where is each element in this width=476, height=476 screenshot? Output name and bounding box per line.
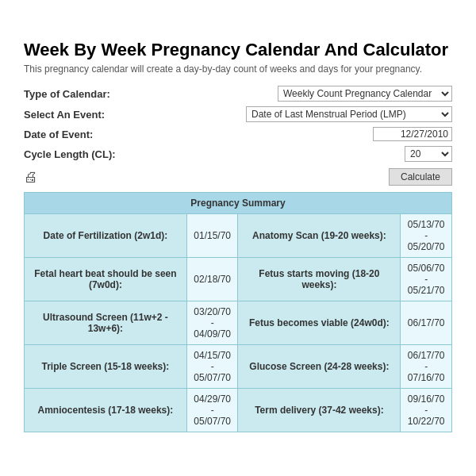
page-title: Week By Week Pregnancy Calendar And Calc…: [24, 40, 452, 60]
row-left-value: 04/29/70 - 05/07/70: [186, 389, 238, 432]
date-of-event-row: Date of Event:: [24, 127, 452, 141]
table-row: Date of Fertilization (2w1d):01/15/70Ana…: [25, 214, 452, 258]
row-left-label: Date of Fertilization (2w1d):: [25, 214, 187, 258]
date-of-event-label: Date of Event:: [24, 129, 151, 140]
date-of-event-control: [151, 127, 452, 141]
row-right-label: Fetus becomes viable (24w0d):: [238, 301, 401, 345]
row-left-value: 02/18/70: [186, 258, 238, 301]
select-event-label: Select An Event:: [24, 109, 151, 121]
pregnancy-summary-table: Pregnancy Summary Date of Fertilization …: [24, 192, 452, 432]
page-subtitle: This pregnancy calendar will create a da…: [24, 63, 452, 75]
row-right-value: 05/06/70 - 05/21/70: [401, 258, 452, 301]
select-event-control: Date of Last Menstrual Period (LMP) Date…: [151, 106, 452, 122]
row-right-value: 06/17/70: [401, 301, 452, 345]
row-left-value: 03/20/70 - 04/09/70: [186, 301, 238, 345]
cycle-length-row: Cycle Length (CL): 20 21 22 23 24 25 26 …: [24, 146, 452, 162]
printer-icon[interactable]: 🖨: [24, 169, 38, 186]
calendar-type-row: Type of Calendar: Weekly Count Pregnancy…: [24, 86, 452, 102]
summary-table-header: Pregnancy Summary: [25, 193, 452, 214]
row-right-value: 06/17/70 - 07/16/70: [401, 345, 452, 389]
cycle-length-select[interactable]: 20 21 22 23 24 25 26 27 28: [405, 146, 452, 162]
calendar-type-control: Weekly Count Pregnancy Calendar Daily Co…: [151, 86, 452, 102]
row-right-label: Glucose Screen (24-28 weeks):: [238, 345, 401, 389]
table-row: Fetal heart beat should be seen (7w0d):0…: [25, 258, 452, 301]
cycle-length-label: Cycle Length (CL):: [24, 148, 151, 160]
select-event-select[interactable]: Date of Last Menstrual Period (LMP) Date…: [246, 106, 452, 122]
row-right-label: Anatomy Scan (19-20 weeks):: [238, 214, 401, 258]
row-left-label: Ultrasound Screen (11w+2 - 13w+6):: [25, 301, 187, 345]
row-right-value: 05/13/70 - 05/20/70: [401, 214, 452, 258]
row-right-value: 09/16/70 - 10/22/70: [401, 389, 452, 432]
row-left-label: Amniocentesis (17-18 weeks):: [25, 389, 187, 432]
row-left-label: Fetal heart beat should be seen (7w0d):: [25, 258, 187, 301]
table-row: Triple Screen (15-18 weeks):04/15/70 - 0…: [25, 345, 452, 389]
row-left-label: Triple Screen (15-18 weeks):: [25, 345, 187, 389]
action-row: 🖨 Calculate: [24, 168, 452, 186]
table-row: Ultrasound Screen (11w+2 - 13w+6):03/20/…: [25, 301, 452, 345]
row-left-value: 04/15/70 - 05/07/70: [186, 345, 238, 389]
calendar-type-select[interactable]: Weekly Count Pregnancy Calendar Daily Co…: [278, 86, 452, 102]
table-row: Amniocentesis (17-18 weeks):04/29/70 - 0…: [25, 389, 452, 432]
row-right-label: Fetus starts moving (18-20 weeks):: [238, 258, 401, 301]
cycle-length-control: 20 21 22 23 24 25 26 27 28: [151, 146, 452, 162]
calculate-button[interactable]: Calculate: [389, 168, 452, 186]
select-event-row: Select An Event: Date of Last Menstrual …: [24, 106, 452, 122]
form-section: Type of Calendar: Weekly Count Pregnancy…: [24, 86, 452, 162]
calendar-type-label: Type of Calendar:: [24, 88, 151, 100]
row-left-value: 01/15/70: [186, 214, 238, 258]
date-of-event-input[interactable]: [373, 127, 452, 141]
row-right-label: Term delivery (37-42 weeks):: [238, 389, 401, 432]
